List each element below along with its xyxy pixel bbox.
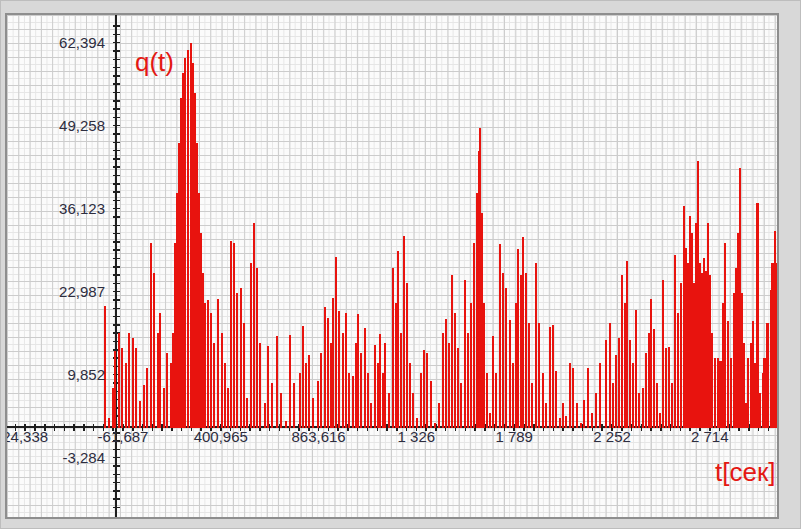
x-tick-label-6: 2 252 [593,428,631,445]
signal-spike [638,393,641,428]
x-tick-label-0: 24,338 [5,428,48,445]
signal-spike [438,403,441,428]
signal-spike [159,313,162,428]
signal-spike [267,346,270,428]
signal-spike [221,333,224,428]
y-tick-label-3: 22,987 [59,283,105,300]
signal-spike [473,243,476,428]
y-tick-label-4: 9,852 [67,366,105,383]
x-tick-label-4: 1 326 [398,428,436,445]
signal-spike [605,340,608,428]
signal-spike [299,373,302,428]
signal-spike [384,343,387,428]
signal-spike [505,288,508,428]
signal-spike [618,338,621,428]
signal-spike [118,333,121,428]
signal-spike [246,398,249,428]
plot-area: 24,338-61,687400,965863,6161 3261 7892 2… [5,13,779,519]
signal-spike [139,401,142,428]
signal-spike [662,280,665,428]
signal-spike [576,403,579,428]
signal-spike [451,275,454,428]
x-tick-label-5: 1 789 [495,428,533,445]
signal-spike [545,403,548,428]
signal-spike [312,398,315,428]
signal-spike [403,236,406,428]
signal-spike [108,418,111,428]
x-tick-label-7: 2 714 [691,428,729,445]
signal-spike [338,311,341,428]
y-tick-label-2: 36,123 [59,200,105,217]
signal-spike [569,363,572,428]
y-tick-label-1: 49,258 [59,117,105,134]
signal-spike [599,363,602,428]
signal-spike [240,288,243,428]
signal-spike [595,393,598,428]
signal-spike [217,299,220,428]
signal-spike [555,371,558,428]
signal-spike [495,373,498,428]
signal-spike [388,393,391,428]
signal-spike [271,383,274,428]
x-tick-label-1: -61,687 [98,428,149,445]
signal-spike [236,293,239,428]
signal-spike [460,383,463,428]
chart-window: 24,338-61,687400,965863,6161 3261 7892 2… [0,0,801,529]
signal-spike [572,368,575,428]
signal-spike [562,403,565,428]
signal-spike [370,403,373,428]
signal-spike [114,351,117,428]
signal-spike [583,400,586,428]
signal-spike [629,340,632,428]
x-tick-label-3: 863,616 [291,428,345,445]
x-axis-title: t[сек] [715,457,776,488]
signal-spike [135,348,138,428]
signal-spike [125,363,128,428]
signal-spike [259,343,262,428]
signal-spike [289,335,292,428]
y-tick-label-5: -3,284 [62,449,105,466]
signal-spike [210,313,213,428]
signal-spike [724,243,727,428]
signal-spike [166,353,169,428]
signal-spike [360,353,363,428]
signal-spike [348,373,351,428]
signal-spike [412,393,415,428]
x-tick-label-2: 400,965 [194,428,248,445]
signal-spike [778,303,779,428]
signal-spike [285,421,288,428]
signal-spike [531,383,534,428]
signal-spike [591,413,594,428]
signal-spike [233,243,236,428]
signal-spike [430,381,433,428]
signal-spike [121,348,124,428]
signal-spike [213,343,216,428]
signal-spike [184,58,187,428]
signal-spike [680,283,683,428]
signal-spike [293,383,296,428]
signal-spike [308,355,311,428]
signal-spike [565,416,568,428]
y-tick-label-0: 62,394 [59,34,105,51]
signal-spike [276,336,279,428]
signal-spike [320,353,323,428]
signal-spike [778,344,779,428]
signal-spike [280,393,283,428]
signal-spike [146,368,149,428]
signal-spike [416,418,419,428]
signal-spike [392,268,395,428]
signal-spike [153,273,156,428]
signal-spike [587,368,590,428]
signal-spike [766,323,769,428]
signal-spike [525,273,528,428]
signal-spike [538,323,541,428]
signal-spike [426,353,429,428]
signal-spike [499,244,502,428]
signal-spike [580,423,583,428]
signal-spike [128,333,131,428]
y-axis-title: q(t) [135,47,174,78]
